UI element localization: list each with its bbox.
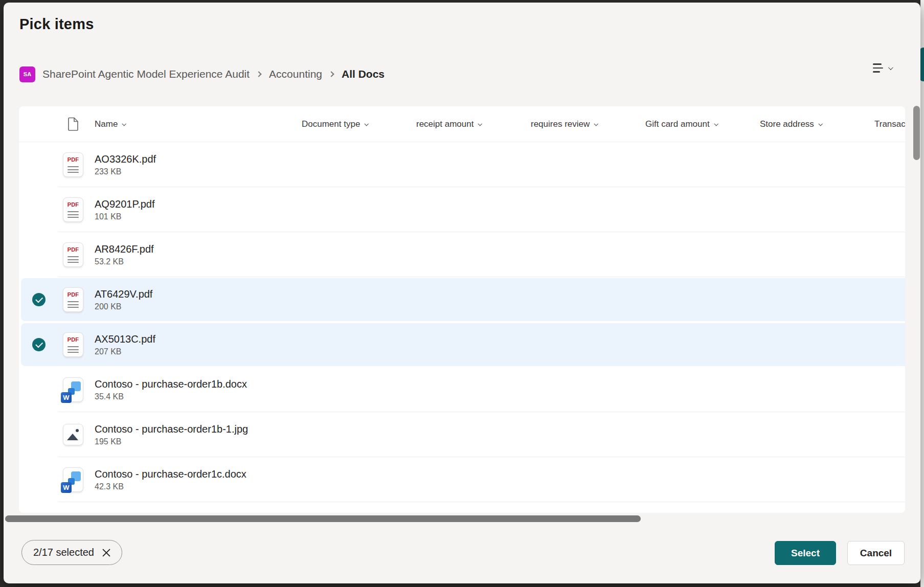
column-header-requires-review[interactable]: requires review [531,119,645,129]
selection-count-label: 2/17 selected [33,547,94,558]
column-header-gift-card-amount[interactable]: Gift card amount [645,119,760,129]
pdf-file-icon: PDF [63,152,83,177]
file-name: AT6429V.pdf [95,288,302,300]
table-row[interactable]: PDF W AT6429V.pdf 200 KB [19,277,905,322]
column-header-name[interactable]: Name [95,119,302,129]
horizontal-scrollbar[interactable] [5,515,641,522]
pdf-file-icon: PDF [63,197,83,222]
site-logo-tile[interactable]: SA [19,66,35,82]
page-icon [67,117,79,131]
file-name: Contoso - purchase-order1b.docx [95,378,302,390]
table-row[interactable]: PDF W Contoso - purchase-order1b.docx 35… [19,367,905,412]
chevron-down-icon [122,122,126,126]
column-header-receipt-amount[interactable]: receipt amount [416,119,531,129]
table-row[interactable]: PDF W AX5013C.pdf 207 KB [19,322,905,367]
column-header-store-address[interactable]: Store address [760,119,874,129]
column-header-transaction[interactable]: Transac [874,119,905,129]
chevron-down-icon [888,65,893,70]
list-view-icon [873,63,883,72]
chevron-down-icon [365,122,369,126]
breadcrumb-folder[interactable]: Accounting [269,68,322,80]
chevron-down-icon [818,122,822,126]
cancel-button[interactable]: Cancel [847,541,905,565]
page-behind-dialog [920,0,924,587]
table-row[interactable]: PDF W Contoso - purchase-order1c.docx 42… [19,457,905,502]
file-name: Contoso - purchase-order1b-1.jpg [95,423,302,435]
vertical-scrollbar[interactable] [913,106,920,160]
background-accent [920,48,924,81]
file-size: 195 KB [95,437,302,446]
file-size: 35.4 KB [95,392,302,401]
file-name: AO3326K.pdf [95,153,302,165]
table-row[interactable]: PDF W Contoso - purchase-order1b-1.jpg 1… [19,412,905,457]
file-name: Contoso - purchase-order1c.docx [95,468,302,480]
file-size: 42.3 KB [95,482,302,491]
selection-count-badge[interactable]: 2/17 selected [21,540,122,565]
breadcrumb-site[interactable]: SharePoint Agentic Model Experience Audi… [42,68,250,80]
table-row[interactable]: PDF W AQ9201P.pdf 101 KB [19,187,905,232]
chevron-down-icon [478,122,482,126]
image-file-icon [63,424,83,445]
column-header-document-type[interactable]: Document type [302,119,416,129]
table-header-row: Name Document type receipt amount requir… [19,106,905,142]
selected-check-icon[interactable] [32,293,46,306]
chevron-right-icon [256,71,261,77]
breadcrumb: SA SharePoint Agentic Model Experience A… [19,65,385,83]
selected-check-icon[interactable] [32,338,46,351]
breadcrumb-current[interactable]: All Docs [342,68,385,80]
file-size: 207 KB [95,347,302,356]
pick-items-dialog: Pick items SA SharePoint Agentic Model E… [4,3,920,583]
view-options-button[interactable] [859,57,906,79]
select-button[interactable]: Select [775,541,836,565]
pdf-file-icon: PDF [63,287,83,312]
file-size: 53.2 KB [95,257,302,266]
file-size: 200 KB [95,302,302,311]
file-type-column-header[interactable] [52,117,95,131]
table-row[interactable]: PDF W AO3326K.pdf 233 KB [19,142,905,187]
chevron-down-icon [714,122,718,126]
chevron-down-icon [594,122,598,126]
file-name: AR8426F.pdf [95,243,302,255]
pdf-file-icon: PDF [63,332,83,357]
chevron-right-icon [328,71,334,77]
pdf-file-icon: PDF [63,242,83,267]
table-row[interactable]: PDF W AR8426F.pdf 53.2 KB [19,232,905,277]
file-name: AQ9201P.pdf [95,198,302,210]
file-name: AX5013C.pdf [95,333,302,345]
file-list-panel: Name Document type receipt amount requir… [19,106,905,513]
word-file-icon: W [63,467,83,492]
word-file-icon: W [63,377,83,402]
dialog-title: Pick items [19,16,94,33]
clear-selection-icon[interactable] [102,548,110,557]
file-size: 101 KB [95,212,302,221]
file-size: 233 KB [95,167,302,176]
